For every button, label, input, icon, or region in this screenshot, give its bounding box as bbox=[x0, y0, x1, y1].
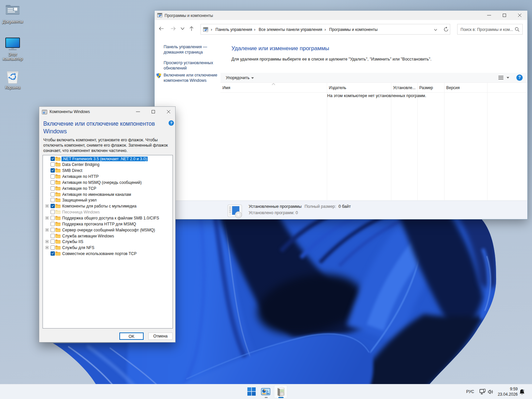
svg-text:z: z bbox=[523, 389, 524, 391]
